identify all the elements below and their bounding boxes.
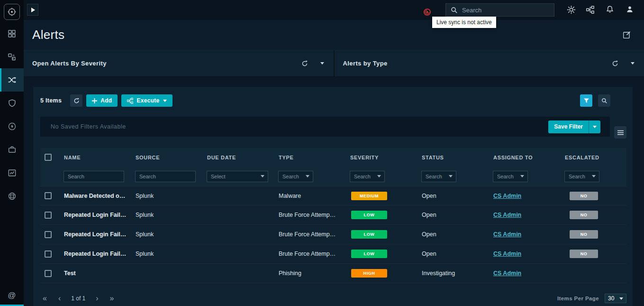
escalated-badge: NO [570, 192, 598, 200]
playbook-schema-icon[interactable] [586, 6, 594, 14]
name-filter-input[interactable] [63, 171, 124, 182]
sidebar-item-alerts[interactable] [0, 68, 24, 92]
row-checkbox[interactable] [45, 250, 52, 258]
sidebar-item-reports[interactable] [0, 161, 24, 185]
refresh-icon[interactable] [612, 60, 618, 67]
dashboard-grid-icon [8, 30, 16, 37]
sidebar-item-support[interactable]: @ [0, 285, 24, 306]
prev-page-button[interactable]: ‹ [57, 294, 62, 303]
chart-icon [8, 169, 16, 177]
expand-nav-button[interactable] [27, 4, 38, 16]
escalated-badge: NO [570, 250, 598, 258]
chevron-down-icon [520, 175, 524, 177]
assigned-to-link[interactable]: CS Admin [493, 250, 521, 257]
cell-source: Splunk [134, 231, 205, 238]
refresh-icon[interactable] [301, 60, 308, 67]
logo-icon [7, 7, 17, 17]
cell-source: Splunk [134, 193, 205, 199]
shield-icon [8, 99, 16, 107]
sidebar-item-threat-intel[interactable] [0, 185, 24, 208]
next-page-button[interactable]: › [95, 294, 99, 303]
sidebar-nav [0, 22, 24, 208]
column-header-assigned-to[interactable]: ASSIGNED TO [491, 155, 563, 160]
column-header-severity[interactable]: SEVERITY [348, 155, 420, 160]
panel-alerts-by-type[interactable]: Alerts by Type [334, 50, 644, 76]
assigned-to-link[interactable]: CS Admin [493, 212, 521, 218]
table-row[interactable]: Malware Detected o… Splunk Malware MEDIU… [40, 186, 626, 205]
briefcase-icon [8, 146, 16, 154]
row-checkbox[interactable] [45, 231, 52, 238]
table-header: NAME SOURCE DUE DATE TYPE SEVERITY STATU… [40, 148, 626, 186]
notifications-bell-icon[interactable] [606, 5, 614, 14]
chevron-down-icon[interactable] [320, 62, 324, 65]
items-per-page-select[interactable]: 30 [605, 294, 626, 303]
column-settings-button[interactable] [614, 126, 626, 139]
assigned-to-link[interactable]: CS Admin [493, 193, 521, 199]
sidebar-item-incidents[interactable] [0, 45, 24, 68]
row-checkbox[interactable] [45, 270, 52, 277]
severity-filter-select[interactable]: Search [350, 171, 385, 182]
select-all-checkbox[interactable] [45, 154, 52, 161]
filter-button[interactable] [580, 94, 592, 107]
column-header-source[interactable]: SOURCE [134, 155, 205, 160]
assigned-to-link[interactable]: CS Admin [493, 231, 521, 238]
assigned-to-link[interactable]: CS Admin [493, 270, 521, 277]
row-checkbox[interactable] [45, 212, 52, 219]
save-filter-button[interactable]: Save Filter [548, 121, 600, 133]
sidebar-item-automation[interactable] [0, 115, 24, 138]
table-search-button[interactable] [598, 94, 610, 107]
execute-button-label: Execute [136, 97, 159, 104]
app-logo[interactable] [4, 4, 20, 20]
execute-button[interactable]: Execute [121, 94, 172, 107]
chevron-down-icon [261, 175, 264, 177]
search-input[interactable] [462, 7, 549, 14]
chevron-down-icon[interactable] [631, 62, 635, 65]
refresh-button[interactable] [70, 94, 82, 107]
last-page-button[interactable]: » [109, 294, 115, 303]
table-row[interactable]: Repeated Login Fail… Splunk Brute Force … [40, 244, 626, 264]
source-filter-input[interactable] [135, 171, 196, 182]
first-page-button[interactable]: « [42, 294, 48, 303]
row-checkbox[interactable] [45, 192, 52, 199]
severity-badge: HIGH [351, 269, 387, 278]
status-filter-select[interactable]: Search [421, 171, 456, 182]
table-row[interactable]: Repeated Login Fail… Splunk Brute Force … [40, 225, 626, 244]
user-profile-icon[interactable] [626, 5, 634, 14]
sidebar-item-dashboard[interactable] [0, 22, 24, 45]
cell-type: Brute Force Attemp… [277, 212, 348, 218]
page-indicator: 1 of 1 [71, 295, 85, 302]
column-header-name[interactable]: NAME [62, 155, 134, 160]
panel-open-alerts-by-severity[interactable]: Open Alerts By Severity [24, 50, 334, 76]
settings-gear-icon[interactable] [567, 5, 576, 14]
search-icon [451, 7, 458, 14]
cell-status: Open [420, 193, 491, 199]
chevron-down-icon [377, 175, 381, 177]
severity-badge: MEDIUM [351, 192, 387, 200]
column-header-escalated[interactable]: ESCALATED [563, 155, 626, 160]
play-icon [31, 8, 35, 12]
live-sync-status-icon[interactable] [423, 8, 431, 16]
plus-icon [92, 98, 97, 103]
mention-icon: @ [8, 291, 16, 300]
add-button[interactable]: Add [86, 94, 118, 107]
type-filter-select[interactable]: Search [278, 171, 313, 182]
sidebar-item-case-management[interactable] [0, 138, 24, 161]
save-filter-dropdown[interactable] [589, 126, 600, 128]
cell-status: Open [420, 250, 491, 257]
assigned-to-filter-select[interactable]: Search [493, 171, 528, 182]
edit-layout-icon[interactable] [623, 31, 631, 39]
column-header-type[interactable]: TYPE [277, 155, 348, 160]
sidebar-item-vulnerabilities[interactable] [0, 92, 24, 115]
panel-title: Alerts by Type [343, 60, 388, 67]
column-header-status[interactable]: STATUS [420, 155, 491, 160]
swap-boxes-icon [8, 53, 16, 61]
topbar-search [445, 3, 554, 17]
table-row[interactable]: Repeated Login Fail… Splunk Brute Force … [40, 205, 626, 225]
column-header-due-date[interactable]: DUE DATE [205, 155, 277, 160]
due-date-filter-select[interactable]: Select [207, 171, 268, 182]
save-filter-label: Save Filter [548, 123, 589, 130]
chevron-down-icon [592, 175, 596, 177]
escalated-filter-select[interactable]: Search [564, 171, 599, 182]
table-toolbar: 5 Items Add [33, 94, 633, 107]
table-row[interactable]: Test Phishing HIGH Investigating CS Admi… [40, 264, 626, 283]
